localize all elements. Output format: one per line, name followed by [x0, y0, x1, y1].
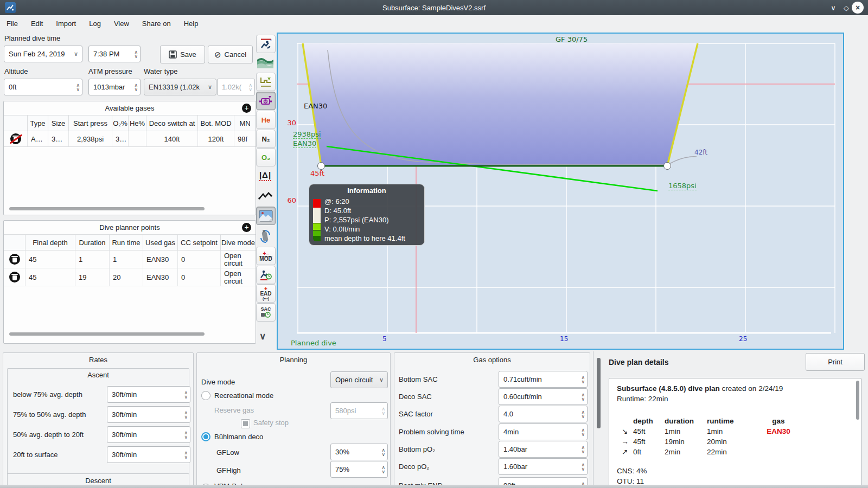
toolbar-setpoint-button[interactable] — [256, 92, 276, 110]
gases-cell-deco-switch[interactable]: 140ft — [146, 131, 198, 146]
gases-header-size[interactable]: Size — [48, 115, 69, 131]
gases-header-mnd[interactable]: MN — [234, 115, 256, 131]
spinner-arrows-icon[interactable]: ∧∨ — [134, 47, 138, 61]
notes-scrollbar[interactable] — [856, 381, 859, 420]
toolbar-ead-button[interactable]: + EAD (•••) — [256, 284, 276, 303]
points-cell-dive-mode[interactable]: Open circuit — [221, 268, 256, 286]
gases-cell-bot-mod[interactable]: 120ft — [198, 131, 234, 146]
gfhigh-spinbox[interactable]: 75% ∧∨ — [330, 461, 388, 478]
points-header-duration[interactable]: Duration — [75, 235, 110, 250]
problem-time-spinbox[interactable]: 4min ∧∨ — [499, 423, 588, 440]
delete-cylinder-icon[interactable] — [10, 133, 21, 144]
toolbar-waves-button[interactable] — [256, 54, 275, 71]
water-type-combobox[interactable]: EN13319 (1.02k ∨ — [144, 79, 216, 95]
dive-point-handle[interactable] — [317, 162, 325, 170]
menu-file[interactable]: File — [0, 15, 24, 31]
gases-cell-o2[interactable]: 3… — [112, 131, 129, 146]
gases-cell-size[interactable]: 3… — [48, 131, 69, 146]
add-cylinder-button[interactable]: + — [242, 104, 251, 113]
points-cell-run-time[interactable]: 1 — [110, 251, 143, 268]
dive-point-handle[interactable] — [663, 162, 671, 170]
dive-plan-notes[interactable]: Subsurface (4.8.5.0) dive plan created o… — [609, 378, 861, 487]
gases-table-row[interactable]: A… 3… 2,938psi 3… 140ft 120ft 98f — [4, 131, 256, 147]
spinner-arrows-icon[interactable]: ∧∨ — [581, 407, 585, 421]
points-cell-duration[interactable]: 19 — [75, 268, 110, 286]
toolbar-n2-button[interactable]: N₂ — [256, 130, 276, 148]
toolbar-mod-button[interactable]: +⎯ MOD — [256, 247, 276, 265]
menu-log[interactable]: Log — [82, 15, 107, 31]
points-cell-final-depth[interactable]: 45 — [25, 251, 75, 268]
minimize-button[interactable]: ∨ — [827, 0, 840, 15]
recreational-mode-radio[interactable] — [201, 391, 210, 400]
gases-row-delete[interactable] — [4, 131, 28, 146]
menu-help[interactable]: Help — [177, 15, 205, 31]
dive-time-spinbox[interactable]: 7:38 PM ∧∨ — [88, 46, 141, 62]
gases-cell-type[interactable]: A… — [28, 131, 48, 146]
altitude-spinbox[interactable]: 0ft ∧∨ — [4, 79, 82, 95]
delete-point-icon[interactable] — [9, 254, 20, 265]
points-header-final-depth[interactable]: Final depth — [25, 235, 75, 250]
spinner-arrows-icon[interactable]: ∧∨ — [581, 442, 585, 457]
points-row-delete[interactable] — [4, 251, 25, 268]
spinner-arrows-icon[interactable]: ∧∨ — [381, 445, 385, 459]
toolbar-o2-button[interactable]: O₂ — [256, 148, 276, 166]
spinner-arrows-icon[interactable]: ∧∨ — [184, 447, 188, 462]
gases-header-start-press[interactable]: Start press — [69, 115, 112, 131]
menu-view[interactable]: View — [107, 15, 136, 31]
spinner-arrows-icon[interactable]: ∧∨ — [76, 80, 80, 94]
gases-cell-mnd[interactable]: 98f — [234, 131, 256, 146]
points-header-used-gas[interactable]: Used gas — [143, 235, 178, 250]
toolbar-photos-button[interactable] — [256, 207, 276, 225]
menu-import[interactable]: Import — [49, 15, 82, 31]
delete-point-icon[interactable] — [9, 272, 20, 282]
spinner-arrows-icon[interactable]: ∧∨ — [184, 407, 188, 422]
details-vertical-scrollbar[interactable] — [597, 358, 601, 428]
points-header-cc-setpoint[interactable]: CC setpoint — [178, 235, 221, 250]
spinner-arrows-icon[interactable]: ∧∨ — [581, 459, 585, 474]
gases-header-type[interactable]: Type — [28, 115, 48, 131]
gases-header-o2[interactable]: O₂% — [112, 115, 129, 131]
points-table-row[interactable]: 45 1 1 EAN30 0 Open circuit — [4, 250, 256, 268]
points-horizontal-scrollbar[interactable] — [9, 332, 205, 336]
toolbar-scroll-down-icon[interactable]: ∨ — [259, 331, 266, 342]
gases-header-deco-switch[interactable]: Deco switch at — [146, 115, 198, 131]
toolbar-sac-button[interactable]: SAC — [256, 303, 276, 322]
bottom-sac-spinbox[interactable]: 0.71cuft/min ∧∨ — [499, 371, 588, 388]
toolbar-profile-button[interactable] — [256, 35, 276, 53]
close-button[interactable]: × — [852, 2, 864, 14]
toolbar-he-button[interactable]: He — [256, 111, 276, 129]
rate3-spinbox[interactable]: 30ft/min ∧∨ — [107, 426, 190, 443]
points-header-run-time[interactable]: Run time — [110, 235, 143, 250]
dive-profile-chart[interactable]: GF 30/75 30 60 EAN30 2938psi EAN30 45ft … — [277, 33, 844, 350]
maximize-button[interactable]: ◇ — [840, 0, 853, 15]
points-header-dive-mode[interactable]: Dive mode — [221, 235, 256, 250]
points-cell-final-depth[interactable]: 45 — [25, 268, 75, 286]
gases-cell-start-press[interactable]: 2,938psi — [69, 131, 112, 146]
gases-header-he[interactable]: He% — [129, 115, 146, 131]
points-cell-cc-setpoint[interactable]: 0 — [178, 268, 221, 286]
points-cell-dive-mode[interactable]: Open circuit — [221, 251, 256, 268]
gflow-spinbox[interactable]: 30% ∧∨ — [330, 444, 388, 460]
deco-sac-spinbox[interactable]: 0.60cuft/min ∧∨ — [499, 388, 588, 405]
dive-mode-combobox[interactable]: Open circuit ∨ — [330, 371, 388, 388]
spinner-arrows-icon[interactable]: ∧∨ — [184, 387, 188, 402]
rate4-spinbox[interactable]: 30ft/min ∧∨ — [107, 446, 190, 463]
points-cell-used-gas[interactable]: EAN30 — [143, 251, 178, 268]
points-cell-used-gas[interactable]: EAN30 — [143, 268, 178, 286]
dive-date-combobox[interactable]: Sun Feb 24, 2019 ∨ — [4, 46, 82, 62]
spinner-arrows-icon[interactable]: ∧∨ — [581, 372, 585, 387]
save-button[interactable]: Save — [160, 46, 205, 63]
toolbar-gaschange-button[interactable] — [256, 228, 275, 245]
toolbar-heartrate-button[interactable] — [256, 188, 275, 205]
spinner-arrows-icon[interactable]: ∧∨ — [581, 389, 585, 404]
points-cell-duration[interactable]: 1 — [75, 251, 110, 268]
buhlmann-deco-radio[interactable] — [201, 432, 210, 441]
menu-edit[interactable]: Edit — [24, 15, 49, 31]
title-bar[interactable]: Subsurface: SampleDivesV2.ssrf ∨ ◇ × — [0, 0, 868, 15]
points-table-row[interactable]: 45 19 20 EAN30 0 Open circuit — [4, 268, 256, 286]
points-row-delete[interactable] — [4, 268, 25, 286]
atm-pressure-spinbox[interactable]: 1013mbar ∧∨ — [88, 79, 141, 95]
gases-cell-he[interactable] — [129, 131, 146, 146]
points-cell-run-time[interactable]: 20 — [110, 268, 143, 286]
toolbar-tissues-button[interactable]: |Δ| — [256, 167, 275, 184]
